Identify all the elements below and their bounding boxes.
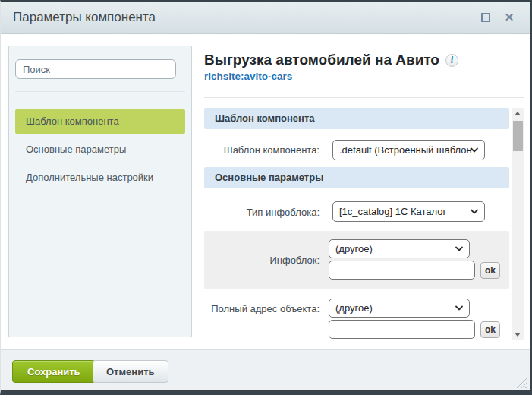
triangle-up-icon — [515, 112, 521, 115]
dialog-footer: Сохранить Отменить — [1, 349, 530, 390]
iblock-select-value: (другое) — [335, 243, 373, 254]
chevron-down-icon — [470, 209, 479, 215]
field-label-iblock-type: Тип инфоблока: — [204, 205, 320, 220]
address-select-value: (другое) — [335, 302, 373, 314]
field-label-iblock: Инфоблок: — [204, 253, 320, 267]
iblock-select[interactable]: (другое) — [329, 239, 470, 258]
address-input[interactable] — [329, 320, 475, 339]
dialog-titlebar[interactable]: Параметры компонента ✕ — [1, 2, 530, 34]
sidebar-item-label: Шаблон компонента — [26, 115, 119, 127]
chevron-down-icon — [470, 147, 479, 153]
field-label-template: Шаблон компонента: — [204, 143, 320, 157]
chevron-down-icon — [455, 305, 464, 311]
sidebar-divider — [15, 91, 185, 92]
sidebar-item-basic-params[interactable]: Основные параметры — [15, 137, 185, 162]
iblock-input[interactable] — [329, 261, 475, 280]
component-parameters-dialog: Параметры компонента ✕ Шаблон компонента… — [0, 0, 532, 395]
vertical-scrollbar[interactable] — [512, 108, 524, 340]
template-select-value: .default (Встроенный шаблон — [339, 144, 472, 156]
header-divider — [204, 97, 524, 98]
sidebar-item-template[interactable]: Шаблон компонента — [15, 109, 185, 134]
search-input[interactable] — [15, 59, 176, 79]
component-title: Выгрузка автомобилей на Авито — [204, 52, 439, 68]
parameters-form: Шаблон компонента Шаблон компонента: .de… — [204, 108, 511, 343]
template-select[interactable]: .default (Встроенный шаблон — [332, 140, 485, 160]
iblock-type-select-value: [1c_catalog] 1С Каталог — [339, 206, 446, 217]
scrollbar-thumb[interactable] — [513, 121, 523, 151]
iblock-ok-button[interactable]: ok — [480, 262, 500, 279]
cancel-button[interactable]: Отменить — [93, 360, 168, 383]
minimize-icon[interactable] — [481, 13, 490, 22]
main-header: Выгрузка автомобилей на Авитоi richsite:… — [204, 52, 515, 82]
screen: Параметры компонента ✕ Шаблон компонента… — [0, 0, 532, 395]
sidebar-item-additional-settings[interactable]: Дополнительные настройки — [15, 166, 185, 190]
section-header-template: Шаблон компонента — [204, 108, 509, 129]
resize-grip[interactable] — [516, 377, 527, 388]
field-label-address: Полный адрес объекта: — [204, 302, 320, 316]
sidebar-item-label: Основные параметры — [26, 144, 126, 155]
chevron-down-icon — [455, 246, 464, 252]
scroll-down-icon[interactable] — [512, 328, 524, 340]
section-header-basic: Основные параметры — [204, 167, 509, 188]
iblock-type-select[interactable]: [1c_catalog] 1С Каталог — [332, 201, 485, 222]
scroll-up-icon[interactable] — [512, 108, 524, 120]
sidebar: Шаблон компонента Основные параметры Доп… — [8, 46, 192, 337]
info-icon[interactable]: i — [445, 54, 458, 67]
save-button[interactable]: Сохранить — [12, 360, 96, 383]
close-icon[interactable]: ✕ — [502, 10, 516, 25]
address-select[interactable]: (другое) — [329, 299, 470, 318]
dialog-title: Параметры компонента — [13, 2, 156, 33]
address-ok-button[interactable]: ok — [480, 321, 500, 338]
sidebar-item-label: Дополнительные настройки — [26, 172, 153, 183]
triangle-down-icon — [515, 333, 521, 337]
component-code: richsite:avito-cars — [204, 71, 515, 82]
sidebar-menu: Шаблон компонента Основные параметры Доп… — [15, 109, 185, 194]
